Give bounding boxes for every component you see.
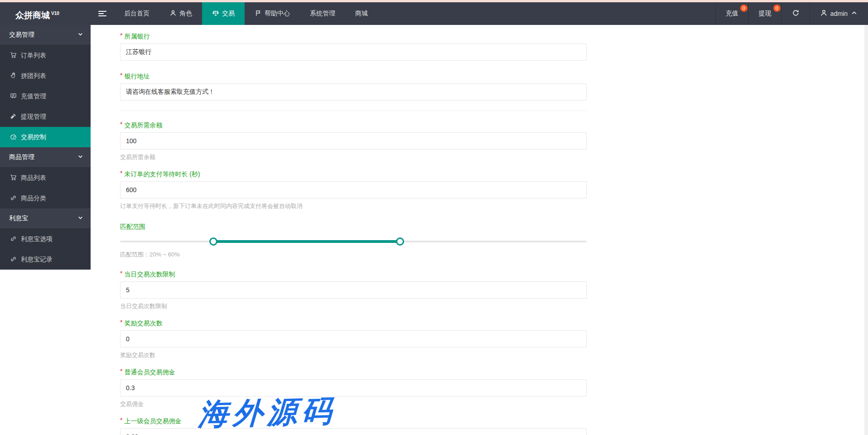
slider-handle-min[interactable] <box>209 237 217 246</box>
daily-trade-limit-input[interactable] <box>120 281 587 299</box>
sidebar-item-label: 交易控制 <box>21 133 46 141</box>
sidebar-item-label: 拼团列表 <box>21 72 46 80</box>
user-menu[interactable]: admin <box>810 2 868 25</box>
flag-icon <box>255 10 262 18</box>
main-content: *所属银行 *银行地址 *交易所需余额 交易所需余额 *未订单的支付等待时长 (… <box>91 25 868 435</box>
refresh-icon <box>792 9 800 18</box>
slider-handle-max[interactable] <box>396 237 404 246</box>
chevron-down-icon <box>77 31 84 39</box>
field-label: 上一级会员交易佣金 <box>124 417 181 425</box>
field-label: 当日交易次数限制 <box>124 271 175 278</box>
recharge-badge: 0 <box>740 5 747 12</box>
field-helper: 订单支付等待时长，新下订单未在此时间内容完成支付将会被自动取消 <box>120 202 587 210</box>
sidebar-section-product-management[interactable]: 商品管理 <box>0 147 91 168</box>
header-right-controls: 充值 0 提现 0 admin <box>715 2 868 25</box>
username: admin <box>830 10 848 17</box>
chevron-down-icon <box>77 214 84 222</box>
gavel-icon <box>10 113 17 121</box>
required-balance-input[interactable] <box>120 132 587 150</box>
sidebar-item-withdraw-management[interactable]: 提现管理 <box>0 106 91 127</box>
required-asterisk: * <box>120 32 122 39</box>
form-field-member-commission: *普通会员交易佣金 交易佣金 <box>120 367 587 408</box>
form-field-payment-wait-time: *未订单的支付等待时长 (秒) 订单支付等待时长，新下订单未在此时间内容完成支付… <box>120 169 587 210</box>
sidebar-item-group-list[interactable]: 拼团列表 <box>0 66 91 86</box>
field-label: 所属银行 <box>124 33 149 40</box>
trade-control-form: *所属银行 *银行地址 *交易所需余额 交易所需余额 *未订单的支付等待时长 (… <box>91 25 587 435</box>
sidebar-item-label: 利息宝记录 <box>21 256 53 264</box>
form-field-bank-address: *银行地址 <box>120 71 587 101</box>
sidebar-item-label: 商品分类 <box>21 194 46 203</box>
nav-label: 交易 <box>222 10 235 18</box>
sidebar-item-product-list[interactable]: 商品列表 <box>0 168 91 188</box>
nav-item-roles[interactable]: 角色 <box>159 2 202 25</box>
recharge-button[interactable]: 充值 0 <box>715 2 748 25</box>
nav-item-trade[interactable]: 交易 <box>202 2 245 25</box>
match-range-slider <box>120 237 587 246</box>
board-icon <box>10 92 17 101</box>
section-label: 利息宝 <box>9 214 28 222</box>
nav-label: 角色 <box>179 10 192 18</box>
field-label: 奖励交易次数 <box>124 319 162 327</box>
top-navbar: 众拼商城V10 后台首页 角色 交易 帮助中心 系统管理 商城 充值 0 <box>0 2 868 25</box>
app-title: 众拼商城 <box>15 10 50 20</box>
required-asterisk: * <box>120 319 122 326</box>
member-commission-input[interactable] <box>120 379 587 396</box>
field-label: 未订单的支付等待时长 (秒) <box>124 170 200 178</box>
sidebar-item-label: 商品列表 <box>21 174 46 182</box>
field-helper: 匹配范围：20% ~ 60% <box>120 251 587 259</box>
bank-name-input[interactable] <box>120 44 587 61</box>
sidebar-item-recharge-management[interactable]: 充值管理 <box>0 86 91 106</box>
sidebar-section-trade-management[interactable]: 交易管理 <box>0 25 91 45</box>
cart-icon <box>10 52 17 60</box>
form-field-reward-trade-count: *奖励交易次数 奖励交易次数 <box>120 318 587 359</box>
link-icon <box>10 256 17 264</box>
field-label: 普通会员交易佣金 <box>124 368 175 376</box>
chevron-up-icon <box>850 9 858 18</box>
user-icon <box>169 10 177 18</box>
watermark-text: 海外源码 <box>198 391 337 435</box>
sidebar-item-lixibao-options[interactable]: 利息宝选项 <box>0 229 91 249</box>
sidebar-item-label: 充值管理 <box>21 92 46 101</box>
form-divider <box>120 111 587 111</box>
withdraw-badge: 0 <box>773 5 781 12</box>
slider-selected-range <box>213 240 400 243</box>
window-top-strip <box>0 0 868 2</box>
nav-item-dashboard[interactable]: 后台首页 <box>114 2 159 25</box>
form-field-parent-commission: *上一级会员交易佣金 交易佣金 <box>120 416 587 435</box>
sidebar-item-order-list[interactable]: 订单列表 <box>0 45 91 66</box>
sidebar-item-product-category[interactable]: 商品分类 <box>0 188 91 208</box>
nav-item-help-center[interactable]: 帮助中心 <box>245 2 300 25</box>
refresh-button[interactable] <box>781 2 810 25</box>
sidebar-item-label: 利息宝选项 <box>21 235 53 243</box>
hand-icon <box>10 72 17 80</box>
withdraw-label: 提现 <box>759 10 772 18</box>
required-asterisk: * <box>120 416 122 424</box>
link-icon <box>10 194 17 203</box>
nav-item-mall[interactable]: 商城 <box>345 2 378 25</box>
bank-address-input[interactable] <box>120 83 587 101</box>
field-label: 交易所需余额 <box>124 121 162 129</box>
nav-item-system[interactable]: 系统管理 <box>300 2 345 25</box>
field-label: 匹配范围 <box>120 223 145 230</box>
payment-wait-time-input[interactable] <box>120 181 587 198</box>
sidebar-item-trade-control[interactable]: 交易控制 <box>0 127 91 147</box>
form-field-match-range: 匹配范围 匹配范围：20% ~ 60% <box>120 222 587 259</box>
field-helper: 交易佣金 <box>120 400 587 408</box>
form-field-bank-name: *所属银行 <box>120 31 587 61</box>
reward-trade-count-input[interactable] <box>120 330 587 348</box>
field-helper: 当日交易次数限制 <box>120 302 587 310</box>
sidebar-section-lixibao[interactable]: 利息宝 <box>0 208 91 229</box>
required-asterisk: * <box>120 121 122 128</box>
sidebar-item-label: 订单列表 <box>21 52 46 60</box>
required-asterisk: * <box>120 367 122 375</box>
parent-commission-input[interactable] <box>120 428 587 435</box>
app-version: V10 <box>51 11 59 16</box>
nav-label: 帮助中心 <box>265 10 290 18</box>
withdraw-button[interactable]: 提现 0 <box>748 2 781 25</box>
sidebar-item-lixibao-records[interactable]: 利息宝记录 <box>0 249 91 270</box>
required-asterisk: * <box>120 169 122 177</box>
vertical-scrollbar[interactable] <box>864 25 868 435</box>
recharge-label: 充值 <box>726 10 738 18</box>
form-field-daily-trade-limit: *当日交易次数限制 当日交易次数限制 <box>120 269 587 310</box>
menu-icon[interactable] <box>91 2 114 25</box>
